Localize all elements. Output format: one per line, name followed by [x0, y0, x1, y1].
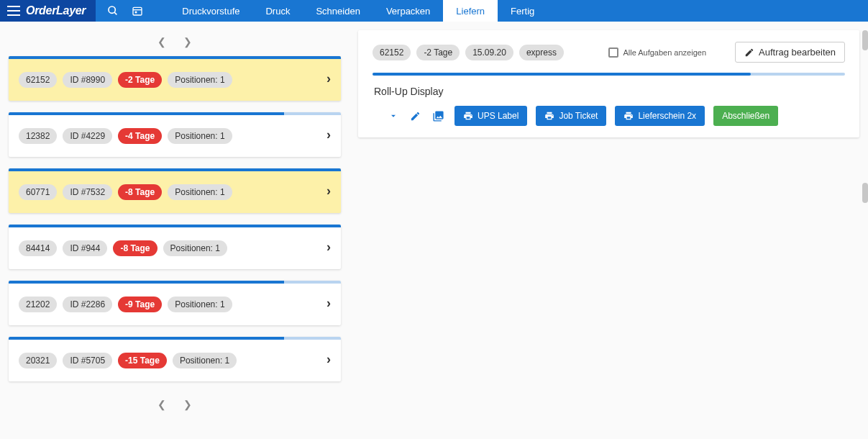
complete-button[interactable]: Abschließen: [713, 106, 778, 126]
order-days: -15 Tage: [118, 353, 167, 368]
nav-tab-schneiden[interactable]: Schneiden: [303, 0, 373, 22]
svg-point-0: [109, 6, 115, 13]
image-icon[interactable]: [431, 109, 446, 124]
order-card[interactable]: 62152ID #8990-2 TagePositionen: 1›: [9, 56, 341, 101]
order-positions: Positionen: 1: [163, 240, 227, 256]
order-id: ID #4229: [63, 128, 112, 144]
nav-tab-druck[interactable]: Druck: [252, 0, 303, 22]
pager-bottom: ❮ ❯: [9, 393, 341, 419]
next-icon[interactable]: ❯: [183, 399, 192, 410]
order-days: -2 Tage: [118, 72, 162, 88]
item-title: Roll-Up Display: [373, 86, 845, 97]
edit-order-button[interactable]: Auftrag bearbeiten: [735, 42, 845, 63]
order-positions: Positionen: 1: [168, 128, 232, 144]
order-card[interactable]: 20321ID #5705-15 TagePositionen: 1›: [9, 337, 341, 381]
detail-order-num: 62152: [373, 45, 411, 60]
calendar-icon[interactable]: [132, 5, 143, 17]
nav-tab-liefern[interactable]: Liefern: [443, 0, 498, 22]
show-all-label: Alle Aufgaben anzeigen: [623, 48, 706, 57]
edit-item-icon[interactable]: [408, 109, 422, 123]
order-positions: Positionen: 1: [173, 353, 237, 368]
app-logo: OrderLayer: [26, 4, 88, 17]
detail-area: 62152 -2 Tage 15.09.20 express Alle Aufg…: [358, 30, 859, 419]
nav-tab-verpacken[interactable]: Verpacken: [373, 0, 443, 22]
top-bar-brand: OrderLayer: [0, 0, 96, 22]
delivery-note-button[interactable]: Lieferschein 2x: [615, 106, 705, 126]
nav-tab-druckvorstufe[interactable]: Druckvorstufe: [169, 0, 252, 22]
nav-tab-fertig[interactable]: Fertig: [498, 0, 547, 22]
menu-icon[interactable]: [7, 6, 20, 16]
pencil-icon: [744, 47, 754, 58]
svg-rect-4: [135, 12, 137, 14]
order-num: 84414: [19, 240, 57, 256]
order-card[interactable]: 12382ID #4229-4 TagePositionen: 1›: [9, 112, 341, 157]
main-nav: DruckvorstufeDruckSchneidenVerpackenLief…: [169, 0, 547, 22]
pager-top: ❮ ❯: [9, 30, 341, 56]
detail-shipment: express: [519, 45, 564, 60]
scroll-thumb[interactable]: [862, 30, 868, 50]
order-days: -4 Tage: [118, 128, 162, 144]
job-ticket-button[interactable]: Job Ticket: [536, 106, 606, 126]
prev-icon[interactable]: ❮: [157, 399, 166, 410]
detail-days: -2 Tage: [416, 45, 460, 60]
order-id: ID #7532: [63, 184, 112, 200]
detail-date: 15.09.20: [465, 45, 513, 60]
print-icon: [623, 111, 634, 121]
order-num: 62152: [19, 72, 57, 88]
order-id: ID #8990: [63, 72, 112, 88]
order-card[interactable]: 84414ID #944-8 TagePositionen: 1›: [9, 225, 341, 269]
print-icon: [544, 111, 554, 121]
detail-progress: [373, 73, 845, 76]
order-id: ID #944: [63, 240, 107, 256]
checkbox-icon[interactable]: [608, 47, 618, 58]
order-positions: Positionen: 1: [168, 297, 232, 312]
chevron-right-icon[interactable]: ›: [326, 71, 331, 86]
chevron-right-icon[interactable]: ›: [326, 352, 331, 367]
prev-icon[interactable]: ❮: [157, 36, 166, 47]
order-list: ❮ ❯ 62152ID #8990-2 TagePositionen: 1›12…: [9, 30, 341, 419]
scrollbar[interactable]: [862, 30, 868, 427]
order-days: -9 Tage: [118, 297, 162, 312]
chevron-right-icon[interactable]: ›: [326, 296, 331, 311]
order-card[interactable]: 21202ID #2286-9 TagePositionen: 1›: [9, 281, 341, 325]
order-num: 20321: [19, 353, 57, 368]
order-positions: Positionen: 1: [168, 72, 232, 88]
order-num: 12382: [19, 128, 57, 144]
chevron-right-icon[interactable]: ›: [326, 184, 331, 199]
next-icon[interactable]: ❯: [183, 36, 192, 47]
order-days: -8 Tage: [118, 184, 162, 200]
order-card[interactable]: 60771ID #7532-8 TagePositionen: 1›: [9, 168, 341, 213]
svg-line-1: [114, 12, 117, 14]
scroll-thumb[interactable]: [862, 183, 868, 203]
show-all-toggle[interactable]: Alle Aufgaben anzeigen: [608, 47, 706, 58]
chevron-right-icon[interactable]: ›: [326, 240, 331, 255]
top-bar: OrderLayer DruckvorstufeDruckSchneidenVe…: [0, 0, 868, 22]
chevron-right-icon[interactable]: ›: [326, 127, 331, 142]
order-num: 21202: [19, 297, 57, 312]
svg-rect-2: [133, 7, 142, 15]
print-icon: [463, 111, 473, 121]
ups-label-button[interactable]: UPS Label: [454, 106, 527, 126]
order-days: -8 Tage: [113, 240, 157, 256]
search-icon[interactable]: [107, 5, 119, 17]
expand-icon[interactable]: [387, 109, 400, 122]
detail-panel: 62152 -2 Tage 15.09.20 express Alle Aufg…: [358, 30, 859, 137]
order-id: ID #2286: [63, 297, 112, 312]
order-id: ID #5705: [63, 353, 112, 368]
order-num: 60771: [19, 184, 57, 200]
order-positions: Positionen: 1: [168, 184, 232, 200]
